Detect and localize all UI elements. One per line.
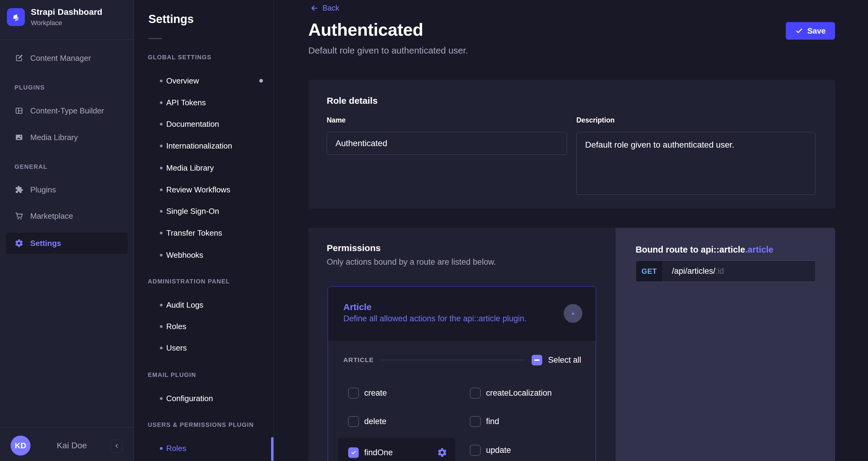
check-icon [795,27,803,35]
nav-bottom-divider [0,427,133,428]
description-textarea[interactable]: Default role given to authenticated user… [576,132,815,195]
nav-item-label: Settings [30,239,61,248]
nav-item-content-manager[interactable]: Content Manager [0,50,133,66]
bullet-icon [160,145,163,147]
nav-item-settings[interactable]: Settings [6,233,128,254]
back-arrow-icon [310,4,318,12]
bullet-icon [160,232,163,234]
nav-item-marketplace[interactable]: Marketplace [0,208,133,224]
workspace-name: Workplace [31,19,102,27]
subnav-section-users-permissions-plugin: USERS & PERMISSIONS PLUGIN [148,421,254,428]
bullet-icon [160,167,163,169]
main-nav: Strapi Dashboard Workplace Content Manag… [0,0,134,461]
marketplace-icon [14,211,24,221]
subnav-item-webhooks[interactable]: Webhooks [134,248,274,262]
permission-findone-selected: findOne [338,438,455,461]
create-checkbox[interactable] [348,388,359,398]
createlocalization-checkbox[interactable] [470,388,480,398]
bullet-icon [160,304,163,307]
bullet-icon [160,397,163,400]
subnav-item-media-library[interactable]: Media Library [134,161,274,175]
nav-section-general: GENERAL [14,163,48,170]
findone-settings-gear-icon[interactable] [437,448,447,458]
brand[interactable]: Strapi Dashboard Workplace [7,7,102,27]
subnav-item-internationalization[interactable]: Internationalization [134,139,274,153]
article-accordion-body: ARTICLE Select all create createLocaliz [328,341,596,461]
description-label: Description [576,116,815,124]
permission-createlocalization: createLocalization [470,388,552,398]
nav-item-label: Media Library [30,133,78,142]
notification-dot-icon [259,79,263,83]
bullet-icon [160,80,163,82]
bullet-icon [160,123,163,125]
update-checkbox[interactable] [470,445,480,456]
permissions-card: Permissions Only actions bound by a rout… [308,228,616,461]
group-label: ARTICLE [343,356,374,364]
delete-checkbox[interactable] [348,416,359,427]
name-field-group: Name [327,116,567,155]
subnav-item-review-workflows[interactable]: Review Workflows [134,182,274,197]
collapse-nav-button[interactable] [111,439,123,453]
subnav-item-api-tokens[interactable]: API Tokens [134,95,274,110]
name-label: Name [327,116,567,124]
subnav-section-administration-panel: ADMINISTRATION PANEL [148,278,230,285]
bullet-icon [160,189,163,191]
page-title: Authenticated [308,19,423,40]
bullet-icon [160,447,163,450]
permission-find: find [470,416,499,427]
subnav-item-audit-logs[interactable]: Audit Logs [134,298,274,312]
chevron-up-icon [569,310,577,317]
find-checkbox[interactable] [470,416,480,427]
app-title: Strapi Dashboard [31,7,102,17]
strapi-app: Strapi Dashboard Workplace Content Manag… [0,0,868,461]
nav-item-label: Plugins [30,185,56,195]
permission-create: create [348,388,387,398]
save-button[interactable]: Save [786,22,835,40]
subnav-item-up-roles[interactable]: Roles [134,441,274,456]
nav-item-label: Content-Type Builder [30,106,104,116]
content-type-builder-icon [14,106,24,116]
name-input[interactable] [327,132,567,155]
group-divider-line [380,360,525,360]
nav-item-media-library[interactable]: Media Library [0,129,133,145]
role-details-card: Role details Name Description Default ro… [308,80,835,209]
subnav-item-configuration[interactable]: Configuration [134,391,274,406]
media-library-icon [14,132,24,142]
nav-section-plugins: PLUGINS [14,84,45,91]
select-all-checkbox[interactable] [532,355,542,366]
permission-update: update [470,445,511,456]
nav-item-plugins[interactable]: Plugins [0,182,133,198]
findone-checkbox[interactable] [348,448,359,458]
article-accordion: Article Define all allowed actions for t… [328,286,596,461]
user-name: Kai Doe [42,436,101,456]
accordion-description: Define all allowed actions for the api::… [343,314,526,323]
article-accordion-header[interactable]: Article Define all allowed actions for t… [328,287,596,341]
subnav-section-email-plugin: EMAIL PLUGIN [148,371,196,378]
route-box: GET /api/articles/:id [636,260,816,282]
nav-divider [0,39,133,40]
minus-icon [534,359,539,361]
subnav-divider [148,38,162,39]
subnav-item-single-sign-on[interactable]: Single Sign-On [134,204,274,219]
subnav-item-documentation[interactable]: Documentation [134,117,274,131]
subnav-scrollbar-thumb[interactable] [271,437,274,461]
settings-subnav: Settings GLOBAL SETTINGS Overview API To… [134,0,274,461]
nav-item-content-type-builder[interactable]: Content-Type Builder [0,103,133,119]
main-content: Back Authenticated Default role given to… [274,0,868,461]
bound-route-highlight: .article [745,245,774,254]
collapse-accordion-button[interactable] [564,304,582,323]
content-manager-icon [14,53,24,63]
bullet-icon [160,325,163,328]
permission-delete: delete [348,416,386,427]
accordion-title: Article [343,302,371,312]
subnav-item-transfer-tokens[interactable]: Transfer Tokens [134,226,274,240]
back-link[interactable]: Back [310,4,339,12]
permissions-heading: Permissions [327,243,380,253]
subnav-item-users[interactable]: Users [134,341,274,355]
avatar[interactable]: KD [10,436,31,456]
bound-route-panel: Bound route to api::article.article GET … [616,228,835,461]
subnav-item-overview[interactable]: Overview [134,74,274,88]
subnav-item-admin-roles[interactable]: Roles [134,319,274,334]
subnav-title: Settings [148,13,194,26]
bullet-icon [160,101,163,104]
